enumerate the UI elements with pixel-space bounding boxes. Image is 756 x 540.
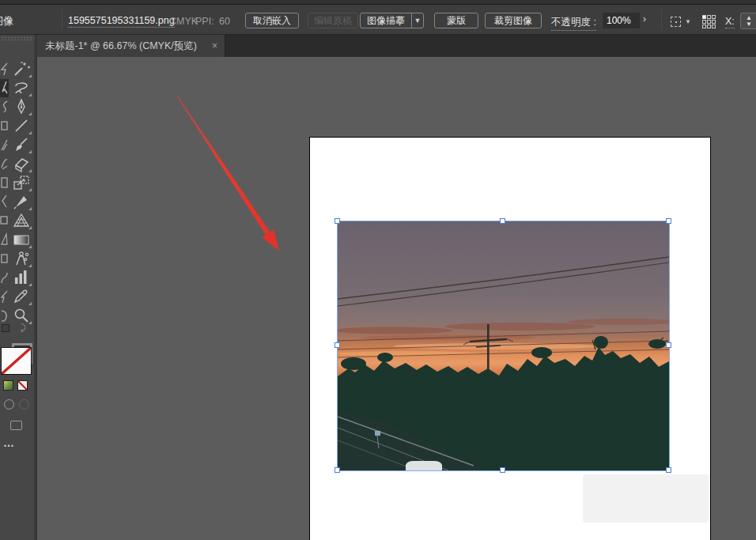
selection-handle-n[interactable] [500,218,505,224]
ppi-value: 60 [219,16,230,27]
image-trace-button-group[interactable]: 图像描摹 ▼ [360,13,424,28]
sunset-photo [338,221,669,470]
selection-handle-s[interactable] [500,467,505,473]
screen-mode-icon[interactable] [10,421,22,430]
opacity-label-link[interactable]: 不透明度 : [551,16,596,31]
line-segment-tool[interactable] [12,117,32,134]
default-fill-stroke-icon[interactable] [2,324,9,332]
free-transform-tool[interactable] [12,174,32,191]
separator [661,9,662,30]
fill-color-proxy-none[interactable] [1,347,32,375]
panel-grip-dots[interactable] [0,36,34,41]
color-mode-label: CMYK [169,16,198,27]
document-tab[interactable]: 未标题-1* @ 66.67% (CMYK/预览) × [36,35,225,57]
tool-fragment[interactable] [0,250,8,267]
illustrator-window: 图像 1595575195331159.png CMYK PPI: 60 取消嵌… [0,0,756,540]
mask-button[interactable]: 蒙版 [434,13,478,28]
perspective-grid-tool[interactable] [12,212,32,229]
paintbrush-tool[interactable] [12,136,32,153]
shaper-tool[interactable] [12,193,32,210]
selection-handle-w[interactable] [335,342,340,348]
magic-wand-tool[interactable] [12,60,32,77]
selection-handle-sw[interactable] [335,467,340,473]
zoom-tool[interactable] [12,307,32,324]
x-coordinate-label[interactable]: X: [725,16,735,28]
selection-handle-se[interactable] [666,467,671,473]
tool-fragment[interactable] [0,98,8,115]
symbol-sprayer-tool[interactable] [12,250,32,267]
tool-fragment[interactable] [0,79,8,96]
watermark-block [583,474,709,523]
none-swatch-button[interactable] [17,380,28,391]
tool-fragment[interactable] [0,136,8,153]
tool-fragment[interactable] [0,117,8,134]
draw-mode-icon[interactable] [4,399,14,410]
tool-fragment[interactable] [0,307,8,324]
x-coordinate-stepper[interactable]: ▲▼ [740,13,756,29]
document-tab-title: 未标题-1* @ 66.67% (CMYK/预览) [45,40,197,51]
selection-handle-ne[interactable] [666,218,671,224]
cancel-embed-button[interactable]: 取消嵌入 [245,13,299,28]
chevron-down-icon[interactable]: ▼ [411,13,423,28]
control-bar: 图像 1595575195331159.png CMYK PPI: 60 取消嵌… [0,5,756,35]
panel-divider [34,35,37,540]
tools-panel: ⤸ … [0,35,34,540]
image-trace-button[interactable]: 图像描摹 [361,13,411,28]
tool-fragment[interactable] [0,269,8,286]
selection-handle-nw[interactable] [335,218,340,224]
eyedropper-tool[interactable] [12,288,32,305]
document-tab-bar: 未标题-1* @ 66.67% (CMYK/预览) × [36,35,756,57]
placed-file-name-link[interactable]: 1595575195331159.png [68,15,175,28]
bounding-box-icon[interactable] [671,17,681,27]
lasso-tool[interactable] [12,79,32,96]
toolbar-overflow-button[interactable]: … [3,436,16,449]
tool-fragment[interactable] [0,193,8,210]
tool-fragment[interactable] [0,231,8,248]
selection-handle-e[interactable] [666,342,671,348]
gradient-tool[interactable] [12,231,32,248]
reference-point-locator[interactable] [702,15,716,28]
tool-fragment[interactable] [0,60,8,77]
placed-image[interactable] [338,221,669,470]
ppi-label: PPI: [195,16,214,27]
color-swatch-button[interactable] [3,380,13,391]
close-icon[interactable]: × [212,35,217,57]
pen-tool[interactable] [12,98,32,115]
chevron-down-icon[interactable]: ▼ [685,18,691,25]
crop-image-button[interactable]: 裁剪图像 [485,13,542,28]
opacity-popup-chevron-icon[interactable]: › [643,13,646,25]
separator [62,9,62,30]
opacity-input[interactable]: 100% [603,13,640,28]
eraser-tool[interactable] [12,155,32,172]
tool-fragment[interactable] [0,212,8,229]
edit-original-button: 编辑原稿 [308,13,358,28]
column-graph-tool[interactable] [12,269,32,286]
context-panel-label: 图像 [0,14,13,28]
swap-fill-stroke-icon[interactable]: ⤸ [21,323,26,333]
tool-fragment[interactable] [0,155,8,172]
tool-fragment[interactable] [0,174,8,191]
draw-mode-alt-icon[interactable] [19,399,29,410]
tool-fragment[interactable] [0,288,8,305]
